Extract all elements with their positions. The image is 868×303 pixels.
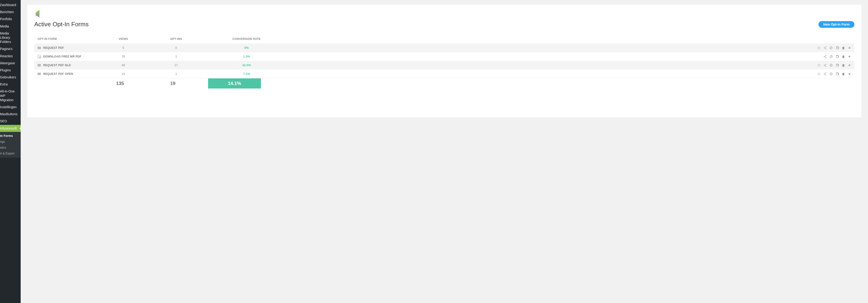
svg-rect-27 bbox=[38, 74, 41, 75]
cell-optins: 1 bbox=[141, 55, 211, 58]
svg-rect-16 bbox=[837, 56, 838, 58]
panel: Active Opt-In Forms New Opt-in Form OPT-… bbox=[27, 5, 861, 117]
svg-point-22 bbox=[826, 66, 827, 67]
totals-row: 135 19 14.1% bbox=[34, 78, 855, 89]
dup-icon[interactable] bbox=[836, 55, 839, 58]
share-icon[interactable] bbox=[824, 72, 827, 75]
th-conv: CONVERSION RATE bbox=[211, 37, 282, 41]
form-name[interactable]: DOWNLOAD FREE MR PDF bbox=[43, 55, 82, 58]
svg-point-13 bbox=[824, 56, 825, 57]
sidebar-item-reacties[interactable]: Reacties bbox=[0, 53, 21, 60]
sidebar-item-instellingen[interactable]: Instellingen bbox=[0, 103, 21, 110]
th-form: OPT-IN FORM bbox=[38, 37, 106, 41]
svg-rect-32 bbox=[837, 73, 838, 75]
settings-icon[interactable] bbox=[848, 64, 851, 67]
delete-icon[interactable] bbox=[842, 46, 845, 49]
cell-optins: 17 bbox=[141, 63, 211, 67]
code-icon[interactable] bbox=[817, 72, 820, 75]
sidebar-item-maxbuttons[interactable]: MaxButtons bbox=[0, 110, 21, 117]
svg-rect-24 bbox=[837, 64, 838, 66]
table-row: REQUEST PDF500% bbox=[34, 43, 855, 52]
sidebar-item-media-library-folders[interactable]: Media Library Folders bbox=[0, 30, 21, 45]
dup-icon[interactable] bbox=[836, 46, 839, 49]
table-header: OPT-IN FORM VIEWS OPT-INS CONVERSION RAT… bbox=[34, 34, 855, 43]
total-views: 135 bbox=[102, 78, 137, 89]
sidebar-item-plugins[interactable]: Plugins bbox=[0, 67, 21, 74]
sidebar-subitem-stics[interactable]: stics bbox=[0, 144, 21, 150]
new-optin-button[interactable]: New Opt-in Form bbox=[818, 21, 855, 28]
flyin-type-icon bbox=[38, 55, 41, 58]
svg-rect-25 bbox=[38, 73, 41, 73]
cell-conversion: 42.5% bbox=[211, 63, 282, 67]
svg-point-29 bbox=[824, 73, 825, 74]
delete-icon[interactable] bbox=[842, 72, 845, 75]
sidebar-item-all-in-one-wp-migration[interactable]: All-in-One WP Migration bbox=[0, 88, 21, 103]
sidebar-item-dashboard[interactable]: Dashboard bbox=[0, 1, 21, 8]
svg-point-21 bbox=[824, 65, 825, 66]
th-optins: OPT-INS bbox=[141, 37, 211, 41]
code-icon[interactable] bbox=[817, 46, 820, 49]
form-name[interactable]: REQUEST PDF NLD bbox=[43, 64, 71, 67]
code-icon[interactable] bbox=[817, 64, 820, 67]
optin-table: OPT-IN FORM VIEWS OPT-INS CONVERSION RAT… bbox=[34, 34, 855, 89]
svg-point-20 bbox=[826, 64, 827, 65]
disable-icon[interactable] bbox=[830, 64, 833, 67]
dup-icon[interactable] bbox=[836, 64, 839, 67]
sidebar-item-berichten[interactable]: Berichten bbox=[0, 8, 21, 15]
form-name[interactable]: REQUEST PDF bbox=[43, 46, 64, 49]
svg-rect-11 bbox=[39, 57, 41, 58]
settings-icon[interactable] bbox=[848, 72, 851, 75]
share-icon[interactable] bbox=[824, 64, 827, 67]
logo bbox=[34, 9, 855, 18]
svg-rect-3 bbox=[38, 48, 41, 48]
admin-sidebar: DashboardBerichtenPortfolioMediaMedia Li… bbox=[0, 0, 21, 303]
sidebar-item-portfolio[interactable]: Portfolio bbox=[0, 15, 21, 23]
sidebar-item-pagina-s[interactable]: Pagina's bbox=[0, 45, 21, 52]
popup-type-icon bbox=[38, 64, 41, 67]
main-area: Active Opt-In Forms New Opt-in Form OPT-… bbox=[21, 0, 868, 303]
sidebar-subitem-in-forms[interactable]: in Forms bbox=[0, 133, 21, 139]
settings-icon[interactable] bbox=[848, 46, 851, 49]
svg-rect-17 bbox=[38, 64, 41, 65]
svg-rect-26 bbox=[38, 74, 41, 74]
sidebar-item-weergave[interactable]: Weergave bbox=[0, 60, 21, 67]
sidebar-item-gebruikers[interactable]: Gebruikers bbox=[0, 74, 21, 81]
delete-icon[interactable] bbox=[842, 64, 845, 67]
svg-point-6 bbox=[824, 47, 825, 48]
cell-views: 14 bbox=[106, 72, 141, 75]
cell-optins: 1 bbox=[141, 72, 211, 75]
sidebar-item-seo[interactable]: SEO bbox=[0, 117, 21, 125]
disable-icon[interactable] bbox=[830, 46, 833, 49]
th-views: VIEWS bbox=[106, 37, 141, 41]
table-row: DOWNLOAD FREE MR PDF7611.3% bbox=[34, 52, 855, 61]
cell-conversion: 1.3% bbox=[211, 55, 282, 58]
share-icon[interactable] bbox=[824, 55, 827, 58]
sidebar-item-extra[interactable]: Extra bbox=[0, 81, 21, 88]
svg-point-12 bbox=[826, 55, 827, 56]
sidebar-item-infusionsoft[interactable]: Infusionsoft bbox=[0, 125, 21, 132]
svg-point-7 bbox=[826, 48, 827, 49]
settings-icon[interactable] bbox=[848, 55, 851, 58]
cell-views: 76 bbox=[106, 55, 141, 58]
disable-icon[interactable] bbox=[830, 55, 833, 58]
delete-icon[interactable] bbox=[842, 55, 845, 58]
sidebar-item-media[interactable]: Media bbox=[0, 23, 21, 30]
svg-point-14 bbox=[826, 57, 827, 58]
cell-views: 5 bbox=[106, 46, 141, 49]
cell-conversion: 7.1% bbox=[211, 72, 282, 75]
form-name[interactable]: REQUEST PDF OPEN bbox=[43, 72, 73, 75]
dup-icon[interactable] bbox=[836, 72, 839, 75]
sidebar-subitem-ngs[interactable]: ngs bbox=[0, 139, 21, 144]
cell-views: 40 bbox=[106, 63, 141, 67]
sidebar-subitem-rt-export[interactable]: rt & Export bbox=[0, 150, 21, 156]
svg-point-5 bbox=[826, 46, 827, 47]
share-icon[interactable] bbox=[824, 46, 827, 49]
cell-conversion: 0% bbox=[211, 46, 282, 49]
page-title: Active Opt-In Forms bbox=[34, 21, 89, 28]
svg-rect-2 bbox=[38, 47, 41, 47]
popup-type-icon bbox=[38, 46, 41, 49]
disable-icon[interactable] bbox=[830, 72, 833, 75]
cell-optins: 0 bbox=[141, 46, 211, 49]
svg-rect-19 bbox=[38, 66, 41, 66]
svg-point-30 bbox=[826, 74, 827, 75]
